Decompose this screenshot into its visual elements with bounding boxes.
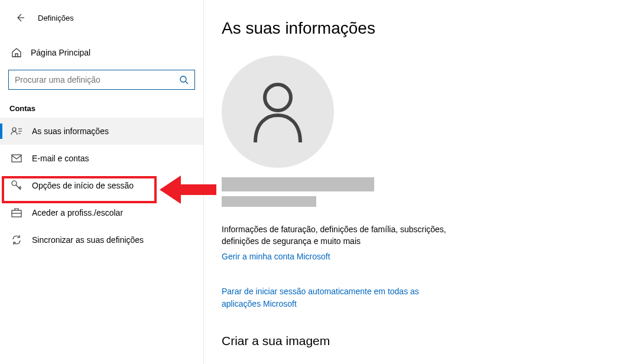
avatar xyxy=(222,56,334,168)
briefcase-icon xyxy=(11,207,22,219)
person-card-icon xyxy=(11,125,22,137)
sidebar-item-signin-options[interactable]: Opções de início de sessão xyxy=(0,172,203,199)
window-title: Definições xyxy=(38,14,74,22)
svg-point-5 xyxy=(265,84,291,110)
page-title: As suas informações xyxy=(222,19,605,38)
svg-point-1 xyxy=(12,128,16,131)
search-input[interactable] xyxy=(15,75,179,84)
sidebar-item-sync-settings[interactable]: Sincronizar as suas definições xyxy=(0,226,203,254)
sidebar-item-label: Sincronizar as suas definições xyxy=(32,235,144,245)
create-image-heading: Criar a sua imagem xyxy=(222,334,605,348)
key-icon xyxy=(11,180,22,191)
section-title: Contas xyxy=(0,90,203,118)
sidebar-item-work-school[interactable]: Aceder a profiss./escolar xyxy=(0,199,203,226)
stop-auto-signin-link[interactable]: Parar de iniciar sessão automaticamente … xyxy=(222,285,458,310)
home-label: Página Principal xyxy=(31,48,90,57)
back-button[interactable] xyxy=(13,11,27,25)
sync-icon xyxy=(11,234,22,246)
redacted-name xyxy=(222,177,374,191)
svg-point-0 xyxy=(180,76,186,82)
sidebar-item-label: Aceder a profiss./escolar xyxy=(32,208,123,217)
search-box[interactable] xyxy=(8,70,195,90)
mail-icon xyxy=(11,152,22,164)
sidebar-item-label: E-mail e contas xyxy=(32,154,89,163)
billing-info-text: Informações de faturação, definições de … xyxy=(222,223,482,248)
svg-rect-2 xyxy=(12,155,21,162)
sidebar-item-label: As suas informações xyxy=(32,126,109,136)
sidebar-item-your-info[interactable]: As suas informações xyxy=(0,118,203,145)
sidebar-item-email-accounts[interactable]: E-mail e contas xyxy=(0,145,203,172)
home-icon xyxy=(11,47,22,58)
home-nav[interactable]: Página Principal xyxy=(0,41,203,64)
search-icon xyxy=(179,75,189,84)
svg-point-3 xyxy=(12,181,17,186)
sidebar-item-label: Opções de início de sessão xyxy=(32,181,134,190)
redacted-email xyxy=(222,196,316,207)
manage-account-link[interactable]: Gerir a minha conta Microsoft xyxy=(222,252,330,261)
